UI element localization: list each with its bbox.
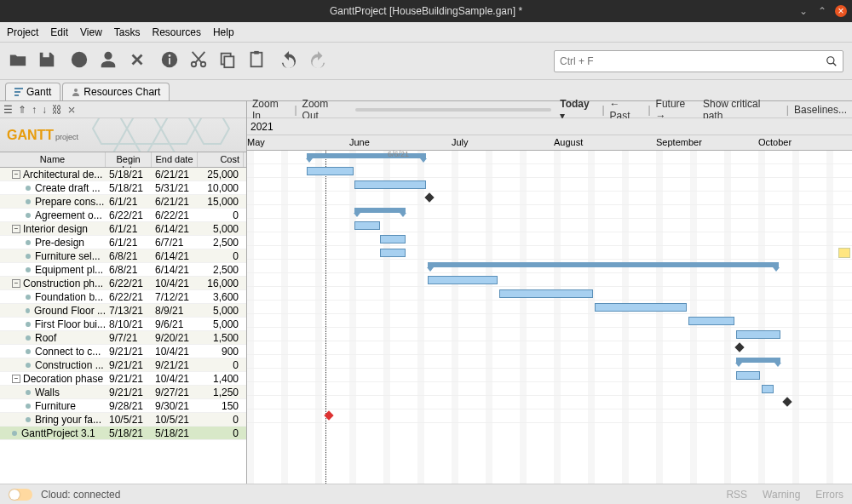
baselines-button[interactable]: Baselines... [794, 104, 847, 116]
menu-edit[interactable]: Edit [50, 26, 68, 38]
task-bar[interactable] [736, 330, 780, 339]
zoom-slider[interactable] [355, 108, 551, 112]
search-box[interactable] [554, 50, 843, 72]
close-icon[interactable]: × [835, 5, 847, 17]
table-row[interactable]: −Construction ph...6/22/2110/4/2116,000 [0, 277, 246, 290]
month-label: May [247, 137, 265, 147]
col-cost[interactable]: Cost [198, 152, 244, 167]
col-name[interactable]: Name [0, 152, 106, 167]
table-row[interactable]: Pre-design6/1/216/7/212,500 [0, 236, 246, 249]
link-icon[interactable]: ⛓ [52, 104, 62, 116]
task-bar[interactable] [307, 167, 354, 175]
table-row[interactable]: Bring your fa...10/5/2110/5/210 [0, 413, 246, 427]
svg-marker-16 [161, 118, 195, 144]
search-icon[interactable] [826, 55, 838, 67]
minimize-icon[interactable]: ⌄ [797, 5, 809, 17]
task-bar[interactable] [354, 180, 426, 189]
col-begin[interactable]: Begin date [106, 152, 152, 167]
tab-gantt[interactable]: Gantt [5, 83, 60, 100]
menu-view[interactable]: View [80, 26, 102, 38]
month-label: July [452, 137, 469, 147]
menu-tasks[interactable]: Tasks [114, 26, 141, 38]
copy-icon[interactable] [218, 50, 237, 72]
summary-bar[interactable] [428, 262, 779, 267]
table-row[interactable]: Agreement o...6/22/216/22/210 [0, 209, 246, 222]
resources-icon [72, 88, 80, 96]
table-row[interactable]: Equipment pl...6/8/216/14/212,500 [0, 263, 246, 277]
date-label: 6/6/21 [388, 151, 409, 158]
task-bar[interactable] [354, 221, 380, 230]
table-row[interactable]: First Floor bui...8/10/219/6/215,000 [0, 318, 246, 331]
window-titlebar: GanttProject [HouseBuildingSample.gan] *… [0, 0, 852, 22]
svg-point-13 [74, 89, 78, 92]
info-icon[interactable] [160, 50, 179, 72]
down-icon[interactable]: ↓ [42, 104, 47, 116]
table-row[interactable]: −Decoration phase9/21/2110/4/211,400 [0, 372, 246, 386]
svg-point-9 [827, 56, 834, 63]
col-end[interactable]: End date [152, 152, 198, 167]
cloud-toggle[interactable] [9, 489, 32, 501]
table-row[interactable]: Furniture sel...6/8/216/14/210 [0, 249, 246, 263]
up-icon[interactable]: ↑ [32, 104, 37, 116]
table-row[interactable]: Walls9/21/219/27/211,250 [0, 386, 246, 399]
table-row[interactable]: Ground Floor ...7/13/218/9/215,000 [0, 304, 246, 318]
collapse-icon[interactable]: ⇑ [18, 104, 26, 116]
table-row[interactable]: −Interior design6/1/216/14/215,000 [0, 222, 246, 236]
statusbar: Cloud: connected RSS Warning Errors [0, 484, 852, 504]
task-bar[interactable] [736, 371, 760, 380]
table-row[interactable]: Create draft ...5/18/215/31/2110,000 [0, 181, 246, 195]
errors-link[interactable]: Errors [815, 489, 843, 501]
cut-icon[interactable] [189, 50, 208, 72]
svg-point-2 [169, 54, 171, 57]
save-icon[interactable] [37, 50, 56, 72]
gantt-icon [14, 88, 23, 96]
task-bar[interactable] [595, 303, 687, 312]
list-icon[interactable]: ☰ [3, 104, 13, 116]
menu-resources[interactable]: Resources [153, 26, 201, 38]
table-row[interactable]: Construction ...9/21/219/21/210 [0, 358, 246, 372]
task-bar[interactable] [499, 289, 593, 298]
month-label: June [349, 137, 370, 147]
table-row[interactable]: Connect to c...9/21/2110/4/21900 [0, 345, 246, 358]
svg-marker-19 [144, 144, 178, 152]
svg-marker-18 [110, 144, 144, 152]
svg-rect-10 [14, 88, 23, 89]
undo-icon[interactable] [279, 50, 298, 72]
tab-resources-chart[interactable]: Resources Chart [62, 83, 170, 100]
svg-rect-12 [14, 94, 19, 96]
table-row[interactable]: Furniture9/28/219/30/21150 [0, 399, 246, 413]
user-icon[interactable] [99, 50, 118, 72]
task-bar[interactable] [380, 235, 406, 243]
search-input[interactable] [560, 55, 826, 67]
unlink-icon[interactable]: ⤫ [67, 104, 76, 116]
table-row[interactable]: GanttProject 3.15/18/215/18/210 [0, 427, 246, 440]
warning-link[interactable]: Warning [763, 489, 800, 501]
redo-icon[interactable] [308, 50, 327, 72]
main-toolbar [0, 43, 852, 80]
history-icon[interactable] [70, 50, 89, 72]
table-row[interactable]: Roof9/7/219/20/211,500 [0, 331, 246, 345]
table-row[interactable]: Prepare cons...6/1/216/21/2115,000 [0, 195, 246, 209]
menu-project[interactable]: Project [7, 26, 38, 38]
rss-link[interactable]: RSS [726, 489, 747, 501]
open-icon[interactable] [9, 50, 27, 72]
table-row[interactable]: Foundation b...6/22/217/12/213,600 [0, 290, 246, 304]
summary-bar[interactable] [736, 358, 780, 363]
delete-icon[interactable] [128, 50, 147, 72]
menu-help[interactable]: Help [213, 26, 234, 38]
year-row: 2021 [247, 118, 852, 135]
gantt-chart[interactable]: 6/6/21 [247, 151, 852, 484]
task-bar[interactable] [380, 249, 406, 257]
task-bar[interactable] [688, 317, 734, 325]
paste-icon[interactable] [247, 50, 266, 72]
task-bar[interactable] [762, 385, 774, 393]
task-bar[interactable] [428, 276, 498, 284]
month-row: MayJuneJulyAugustSeptemberOctober [247, 135, 852, 151]
svg-marker-14 [93, 118, 127, 144]
svg-rect-8 [254, 51, 259, 54]
summary-bar[interactable] [354, 208, 406, 213]
maximize-icon[interactable]: ⌃ [816, 5, 828, 17]
table-row[interactable]: −Architectural de...5/18/216/21/2125,000 [0, 168, 246, 181]
month-label: October [758, 137, 792, 147]
menubar: Project Edit View Tasks Resources Help [0, 22, 852, 43]
